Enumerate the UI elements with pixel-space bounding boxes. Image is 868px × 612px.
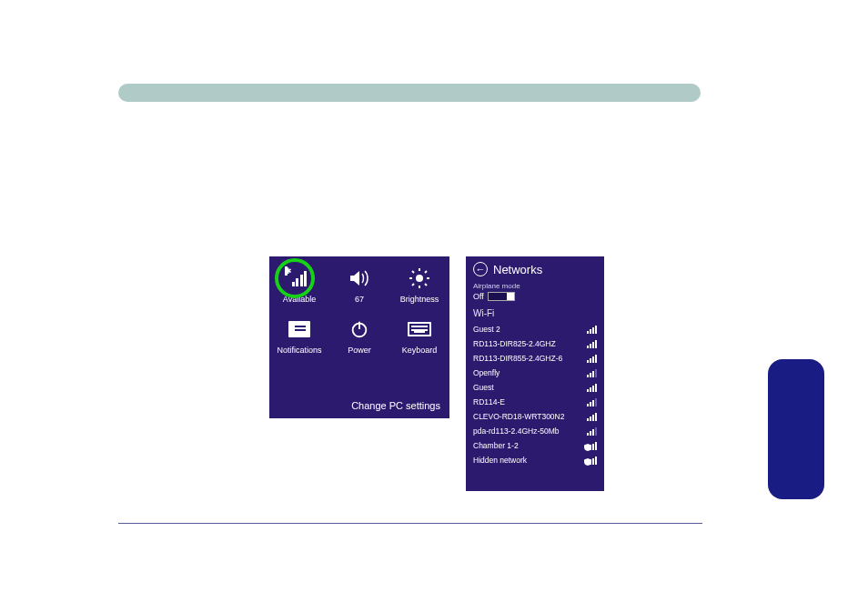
svg-line-6 [425, 284, 427, 286]
wifi-secure-signal-icon [586, 441, 597, 450]
tile-keyboard[interactable]: Keyboard [393, 316, 446, 355]
wifi-network-item[interactable]: RD113-DIR855-2.4GHZ-6 [473, 351, 597, 366]
airplane-mode-row: Off [473, 292, 597, 301]
tile-power-label: Power [348, 346, 371, 355]
wifi-network-item[interactable]: pda-rd113-2.4GHz-50Mb [473, 424, 597, 438]
wifi-network-name: RD113-DIR825-2.4GHZ [473, 339, 556, 348]
tile-brightness[interactable]: Brightness [393, 266, 446, 304]
wifi-network-name: RD113-DIR855-2.4GHZ-6 [473, 354, 562, 363]
wifi-signal-icon [587, 397, 597, 406]
wifi-signal-icon [587, 354, 597, 363]
wifi-network-item[interactable]: CLEVO-RD18-WRT300N2 [473, 409, 597, 424]
tile-brightness-label: Brightness [400, 295, 439, 304]
wifi-signal-icon [587, 426, 597, 436]
wifi-signal-icon [587, 339, 597, 348]
wifi-network-item[interactable]: Hidden network [473, 453, 597, 467]
networks-title: Networks [493, 263, 542, 276]
settings-charm-panel: ✱ Available 67 [269, 256, 449, 418]
wifi-signal-icon [587, 368, 597, 377]
tile-network[interactable]: ✱ Available [273, 266, 326, 304]
wifi-signal-icon [587, 383, 597, 392]
keyboard-icon [408, 316, 431, 342]
header-bar [118, 84, 701, 102]
tiles-row-1: ✱ Available 67 [269, 266, 449, 304]
tile-keyboard-label: Keyboard [402, 346, 438, 355]
side-tab [768, 359, 824, 499]
tile-network-label: Available [283, 295, 316, 304]
tile-notifications[interactable]: Notifications [273, 316, 326, 355]
footer-divider [118, 523, 702, 524]
svg-line-8 [425, 271, 427, 273]
wifi-network-name: Openfly [473, 368, 500, 377]
svg-line-5 [412, 271, 414, 273]
airplane-mode-state: Off [473, 292, 484, 301]
airplane-mode-label: Airplane mode [473, 282, 597, 290]
wifi-network-list: Guest 2RD113-DIR825-2.4GHZRD113-DIR855-2… [473, 322, 597, 467]
panels-container: ✱ Available 67 [269, 256, 604, 491]
networks-header: ← Networks [473, 262, 597, 276]
change-pc-settings-link[interactable]: Change PC settings [351, 400, 440, 411]
wifi-network-item[interactable]: Chamber 1-2 [473, 438, 597, 453]
wifi-network-name: Guest 2 [473, 325, 500, 334]
tile-volume-label: 67 [355, 295, 364, 304]
wifi-network-name: CLEVO-RD18-WRT300N2 [473, 412, 564, 421]
tile-volume[interactable]: 67 [333, 266, 386, 304]
power-icon [349, 316, 369, 342]
wifi-network-name: Chamber 1-2 [473, 441, 519, 450]
tile-power[interactable]: Power [333, 316, 386, 355]
wifi-network-item[interactable]: RD113-DIR825-2.4GHZ [473, 336, 597, 351]
wifi-network-item[interactable]: Guest [473, 380, 597, 395]
wifi-network-name: pda-rd113-2.4GHz-50Mb [473, 426, 560, 436]
svg-line-7 [412, 284, 414, 286]
wifi-network-item[interactable]: Guest 2 [473, 322, 597, 336]
tiles-row-2: Notifications Power Keyboard [269, 316, 449, 355]
wifi-network-item[interactable]: RD114-E [473, 395, 597, 409]
wifi-network-item[interactable]: Openfly [473, 366, 597, 380]
toggle-knob [507, 293, 514, 300]
wifi-network-name: Hidden network [473, 456, 527, 465]
wifi-section-label: Wi-Fi [473, 308, 597, 318]
networks-panel: ← Networks Airplane mode Off Wi-Fi Guest… [466, 256, 604, 491]
wifi-network-name: RD114-E [473, 397, 505, 406]
back-arrow-icon[interactable]: ← [473, 262, 488, 276]
notifications-icon [288, 316, 310, 342]
tile-notifications-label: Notifications [277, 346, 321, 355]
wifi-signal-icon [587, 412, 597, 421]
wifi-signal-icon [587, 325, 597, 334]
wifi-secure-signal-icon [586, 456, 597, 465]
svg-point-0 [416, 275, 423, 282]
volume-icon [348, 266, 370, 291]
brightness-icon [409, 266, 430, 291]
network-available-icon: ✱ [292, 266, 308, 291]
wifi-network-name: Guest [473, 383, 494, 392]
airplane-mode-toggle[interactable] [488, 292, 515, 301]
